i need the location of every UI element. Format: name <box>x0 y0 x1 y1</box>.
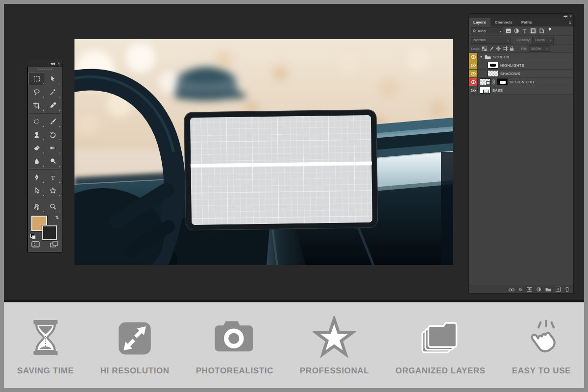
feature-saving-time: SAVING TIME <box>17 316 74 376</box>
feature-label: HI RESOLUTION <box>100 366 170 376</box>
new-group-icon[interactable] <box>545 285 551 294</box>
crop-tool[interactable] <box>28 98 45 112</box>
direct-selection-tool[interactable] <box>28 184 45 197</box>
toolbox-close-icon[interactable]: ✕ <box>57 62 60 65</box>
dodge-tool[interactable] <box>45 154 62 168</box>
toolbox-panel: ◀◀ ✕ <box>27 60 63 253</box>
filter-smart-objects-icon[interactable] <box>538 28 545 34</box>
fill-label: Fill: <box>521 47 527 51</box>
new-adjustment-layer-icon[interactable] <box>537 285 541 294</box>
filter-shape-layers-icon[interactable] <box>530 28 537 34</box>
layer-thumbnail[interactable] <box>480 87 490 94</box>
filter-adjustment-layers-icon[interactable] <box>513 28 520 34</box>
add-layer-mask-icon[interactable] <box>527 285 532 294</box>
toolbox-grip-handle[interactable] <box>27 67 62 72</box>
star-icon <box>313 316 356 359</box>
clone-stamp-tool[interactable] <box>28 128 45 141</box>
pen-tool[interactable] <box>28 171 45 184</box>
vector-mask-thumbnail[interactable] <box>497 78 508 85</box>
default-colors-icon[interactable] <box>30 234 36 239</box>
visibility-eye-icon[interactable] <box>469 61 478 69</box>
stacked-folders-icon <box>418 316 463 359</box>
feature-easy-to-use: EASY TO USE <box>512 316 571 376</box>
layer-thumbnail[interactable] <box>488 62 498 69</box>
feature-photorealistic: PHOTOREALISTIC <box>196 316 273 376</box>
rectangular-marquee-tool[interactable] <box>28 72 45 85</box>
feature-hi-resolution: HI RESOLUTION <box>100 316 170 376</box>
history-brush-tool[interactable] <box>45 128 62 141</box>
type-tool[interactable]: T <box>45 171 62 184</box>
screen-mode-button[interactable] <box>50 241 58 249</box>
filter-type-layers-icon[interactable]: T <box>521 28 528 34</box>
gradient-tool[interactable] <box>45 141 62 154</box>
layer-row-base[interactable]: BASE <box>469 86 573 95</box>
click-hand-icon <box>520 316 563 359</box>
layer-row-design-edit[interactable]: DESIGN EDIT <box>469 78 573 86</box>
hand-tool[interactable] <box>28 200 45 213</box>
lock-label: Lock: <box>471 47 480 51</box>
eraser-tool[interactable] <box>28 141 45 154</box>
eyedropper-tool[interactable] <box>45 98 62 112</box>
layer-thumbnail[interactable] <box>488 70 498 77</box>
visibility-eye-icon[interactable] <box>469 53 478 61</box>
lock-transparency-icon[interactable] <box>482 46 487 51</box>
filter-kind-dropdown[interactable]: Kind ▾ <box>471 27 503 34</box>
feature-professional: PROFESSIONAL <box>300 316 369 376</box>
smart-object-thumbnail[interactable] <box>480 78 490 85</box>
move-tool[interactable] <box>45 72 62 85</box>
camera-icon <box>212 316 257 359</box>
lock-pixels-icon[interactable] <box>489 46 494 51</box>
photoshop-workspace: ◀◀ ✕ <box>0 0 588 392</box>
visibility-eye-icon[interactable] <box>469 86 478 94</box>
touchscreen-mockup[interactable] <box>184 109 378 230</box>
visibility-eye-icon[interactable] <box>469 70 478 77</box>
brush-tool[interactable] <box>45 115 62 128</box>
canvas-document[interactable] <box>74 39 453 265</box>
feature-label: EASY TO USE <box>512 366 571 376</box>
quick-mask-button[interactable] <box>31 241 40 249</box>
color-swatches: ⇅ <box>29 215 60 239</box>
type-tool-glyph: T <box>51 173 55 181</box>
feature-label: PHOTOREALISTIC <box>196 366 273 376</box>
group-expander-icon[interactable]: ▼ <box>480 55 483 58</box>
magic-wand-tool[interactable] <box>45 85 62 98</box>
svg-text:T: T <box>523 28 526 33</box>
car-interior-mockup-photo <box>74 39 453 265</box>
panel-close-icon[interactable]: ✕ <box>569 15 571 18</box>
layer-style-fx-icon[interactable]: fx <box>519 287 522 292</box>
zoom-tool[interactable] <box>45 200 62 213</box>
feature-label: ORGANIZED LAYERS <box>395 366 486 376</box>
opacity-value-dropdown[interactable]: 100%▾ <box>532 37 554 44</box>
blend-mode-dropdown[interactable]: Normal▾ <box>471 37 511 44</box>
feature-label: SAVING TIME <box>17 366 74 376</box>
panel-collapse-icon[interactable]: ◀◀ <box>564 15 567 18</box>
swap-colors-icon[interactable]: ⇅ <box>55 215 59 220</box>
lock-all-icon[interactable] <box>509 46 514 51</box>
opacity-label: Opacity: <box>516 38 531 42</box>
filter-pixel-layers-icon[interactable] <box>505 28 512 34</box>
lock-artboard-icon[interactable] <box>502 46 508 51</box>
layer-row-screen[interactable]: ▼ SCREEN <box>469 53 573 61</box>
panel-menu-icon[interactable]: ≡ <box>569 18 571 26</box>
tab-channels[interactable]: Channels <box>490 18 517 26</box>
layer-row-highlights[interactable]: HIGHLIGHTS <box>469 61 573 70</box>
lasso-tool[interactable] <box>28 85 45 98</box>
blur-tool[interactable] <box>28 154 45 168</box>
expand-arrows-icon <box>115 316 155 359</box>
visibility-eye-icon[interactable] <box>469 78 478 86</box>
background-color-swatch[interactable] <box>42 225 57 240</box>
link-layers-icon[interactable] <box>509 285 514 294</box>
patch-tool[interactable] <box>28 115 45 128</box>
group-folder-icon <box>485 55 491 59</box>
filter-pin-icon[interactable] <box>546 26 553 32</box>
tab-layers[interactable]: Layers <box>469 18 490 26</box>
toolbox-header: ◀◀ ✕ <box>27 60 62 67</box>
layer-row-shadows[interactable]: SHADOWS <box>469 70 573 78</box>
new-layer-icon[interactable] <box>556 285 561 294</box>
custom-shape-tool[interactable] <box>45 184 62 197</box>
lock-position-icon[interactable] <box>495 46 501 51</box>
fill-value-dropdown[interactable]: 100%▾ <box>529 45 550 52</box>
toolbox-collapse-icon[interactable]: ◀◀ <box>50 62 54 65</box>
delete-layer-icon[interactable] <box>565 285 569 294</box>
tab-paths[interactable]: Paths <box>517 18 537 26</box>
